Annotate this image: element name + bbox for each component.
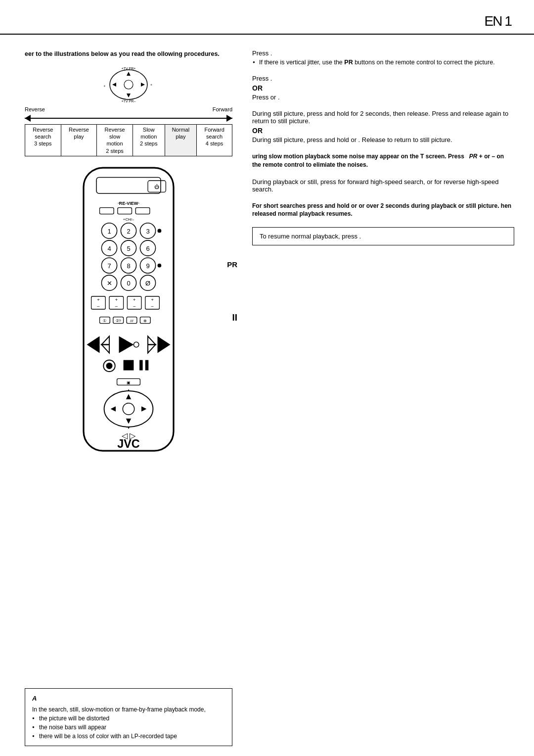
press-or-line: Press or . — [252, 94, 514, 101]
section-1: Press . If there is vertical jitter, use… — [252, 49, 514, 66]
arrow-left-icon — [25, 115, 31, 122]
svg-text:–: – — [97, 304, 100, 309]
svg-text:+TV PR+: +TV PR+ — [122, 67, 136, 70]
speed-arrow-row — [25, 113, 232, 123]
svg-marker-68 — [158, 336, 171, 353]
pr-label: PR — [227, 260, 237, 269]
svg-point-75 — [106, 363, 113, 369]
table-cell-reverse-search: Reversesearch3 steps — [25, 124, 61, 156]
short-search-note: For short searches press and hold or or … — [252, 202, 514, 219]
svg-marker-70 — [101, 344, 109, 353]
table-cell-reverse-slow: Reverseslowmotion2 steps — [97, 124, 133, 156]
svg-text:5: 5 — [127, 245, 130, 252]
section-3: During still picture, press and hold for… — [252, 110, 514, 143]
list-item-distorted: the picture will be distorted — [32, 714, 225, 723]
en-label: EN — [485, 13, 502, 29]
svg-text:6: 6 — [146, 245, 149, 252]
main-content: eer to the illustrations below as you re… — [0, 40, 534, 756]
speed-direction-labels: Reverse Forward — [25, 106, 232, 112]
svg-text:+CH/–: +CH/– — [123, 217, 134, 222]
svg-rect-76 — [124, 360, 134, 371]
list-item-noise: the noise bars will appear — [32, 723, 225, 732]
svg-text:–: – — [151, 304, 154, 309]
svg-point-26 — [158, 229, 162, 233]
svg-text:+: + — [151, 297, 153, 302]
or-label-2: OR — [252, 127, 514, 135]
svg-marker-71 — [148, 336, 156, 345]
svg-marker-5 — [141, 83, 145, 87]
svg-marker-4 — [112, 83, 116, 87]
svg-marker-3 — [127, 94, 131, 97]
left-column: eer to the illustrations below as you re… — [0, 40, 242, 756]
svg-text:+: + — [133, 297, 135, 302]
svg-text:+: + — [97, 297, 99, 302]
table-cell-reverse-play: Reverseplay — [61, 124, 97, 156]
svg-text:4: 4 — [107, 245, 111, 252]
svg-text:⊕: ⊕ — [143, 319, 147, 323]
page-header: EN1 — [0, 0, 534, 35]
bottom-note-intro: In the search, still, slow-motion or fra… — [32, 705, 225, 714]
svg-point-73 — [134, 342, 138, 347]
speed-table: Reversesearch3 steps Reverseplay Reverse… — [25, 124, 232, 156]
table-cell-forward-search: Forwardsearch4 steps — [197, 124, 232, 156]
svg-text:0: 0 — [127, 280, 130, 287]
bottom-note-list: the picture will be distorted the noise … — [32, 714, 225, 741]
svg-rect-17 — [118, 208, 132, 214]
resume-box: To resume normal playback, press . — [252, 227, 514, 245]
remote-svg: ⏻ ···· ·RE-VIEW· +CH/– 1 2 3 — [64, 161, 193, 470]
svg-text:7: 7 — [107, 262, 111, 270]
svg-text:✕: ✕ — [107, 280, 112, 287]
dpad-diagram: +TV PR+ +TV PR– + + — [25, 65, 232, 104]
or-label-1: OR — [252, 84, 514, 92]
svg-text:3: 3 — [146, 228, 149, 235]
svg-marker-66 — [87, 336, 100, 353]
svg-rect-18 — [135, 208, 150, 214]
section-4-note: uring slow motion playback some noise ma… — [252, 152, 514, 169]
svg-marker-2 — [127, 72, 131, 76]
table-cell-slow-motion: Slowmotion2 steps — [133, 124, 165, 156]
slow-motion-note: uring slow motion playback some noise ma… — [252, 152, 514, 169]
svg-text:///: /// — [130, 319, 134, 323]
list-item-color-loss: there will be a loss of color with an LP… — [32, 732, 225, 741]
svg-text:+: + — [150, 83, 152, 87]
svg-text:①: ① — [103, 319, 106, 323]
svg-text:–: – — [115, 304, 118, 309]
svg-text:▣: ▣ — [127, 380, 131, 385]
section-2: Press . OR Press or . — [252, 75, 514, 101]
bullet-jitter: If there is vertical jitter, use the PR … — [259, 59, 514, 66]
press-line-1: Press . — [252, 49, 514, 57]
bottom-note-title: A — [32, 694, 225, 704]
svg-text:+: + — [115, 297, 118, 302]
triangle-arrows: ◁ ▷ — [122, 431, 135, 440]
forward-label: Forward — [213, 106, 232, 112]
svg-point-82 — [123, 403, 134, 415]
bottom-note-box: A In the search, still, slow-motion or f… — [25, 688, 232, 747]
svg-text:+: + — [103, 85, 106, 87]
resume-text: To resume normal playback, press . — [260, 233, 361, 240]
page-title: EN1 — [485, 2, 514, 32]
dpad-svg: +TV PR+ +TV PR– + + — [99, 65, 158, 104]
svg-text:⏻: ⏻ — [154, 184, 159, 189]
svg-rect-11 — [96, 177, 161, 193]
svg-text:Ø: Ø — [145, 280, 150, 287]
still-press-or: During still picture, press and hold or … — [252, 136, 514, 143]
pause-ii-label: II — [232, 312, 237, 323]
svg-point-1 — [124, 80, 133, 89]
remote-wrapper: ⏻ ···· ·RE-VIEW· +CH/– 1 2 3 — [25, 161, 232, 470]
still-press-hold: During still picture, press and hold for… — [252, 110, 514, 125]
svg-marker-72 — [148, 344, 156, 353]
reverse-label: Reverse — [25, 106, 45, 112]
high-speed-search: During playback or still, press for forw… — [252, 178, 514, 193]
svg-text:▼: ▼ — [127, 425, 131, 430]
press-line-2: Press . — [252, 75, 514, 82]
svg-text:▲: ▲ — [127, 388, 131, 392]
svg-text:·RE-VIEW·: ·RE-VIEW· — [118, 201, 139, 206]
svg-rect-78 — [145, 360, 149, 371]
instruction-header: eer to the illustrations below as you re… — [25, 49, 232, 59]
svg-marker-84 — [126, 419, 131, 424]
svg-text:+TV PR–: +TV PR– — [122, 99, 136, 103]
section-6-note: For short searches press and hold or or … — [252, 202, 514, 219]
svg-marker-86 — [141, 406, 146, 411]
svg-text:2: 2 — [127, 228, 130, 235]
svg-rect-16 — [100, 208, 114, 214]
